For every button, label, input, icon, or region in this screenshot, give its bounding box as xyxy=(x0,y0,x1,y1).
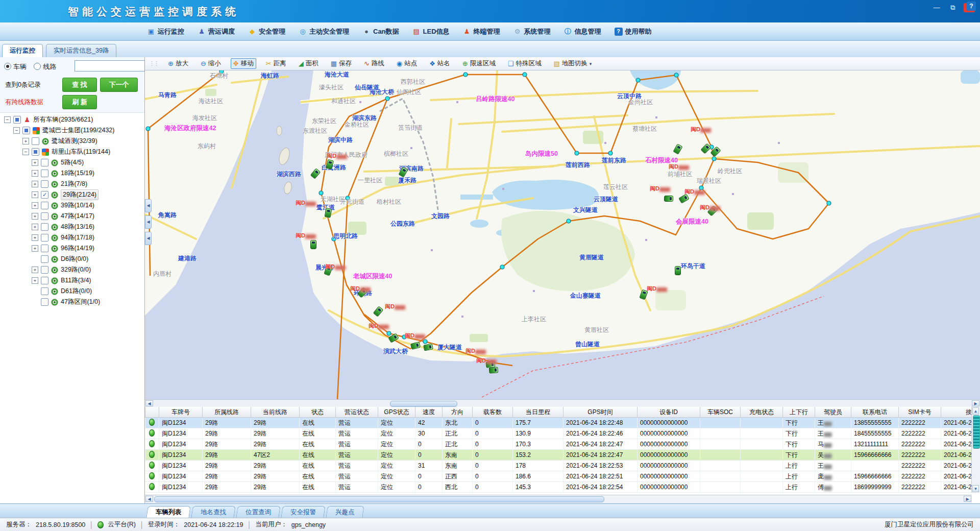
tree-item-329路-0-0-[interactable]: +329路(0/0) xyxy=(0,264,144,275)
table-row[interactable]: 闽D123429路47区2在线营运定位0东南0153.22021-06-24 1… xyxy=(145,450,980,461)
column-header-车牌号[interactable]: 车牌号 xyxy=(159,407,203,418)
tool-map-switch[interactable]: ▧地图切换▾ xyxy=(551,58,594,69)
find-button[interactable]: 查 找 xyxy=(62,78,97,92)
vehicle-radio[interactable]: 车辆 xyxy=(4,63,27,70)
tree-item-29路-21-24-[interactable]: +29路(21/24) xyxy=(0,189,144,200)
tree-item-18路-15-19-[interactable]: +18路(15/19) xyxy=(0,168,144,179)
tool-area[interactable]: ◢面积 xyxy=(296,58,321,69)
bus-marker-icon[interactable] xyxy=(664,196,673,202)
expand-icon[interactable]: + xyxy=(32,213,38,220)
menu-item-help[interactable]: ?使用帮助 xyxy=(615,27,652,36)
column-header-所属线路[interactable]: 所属线路 xyxy=(203,407,251,418)
expand-icon[interactable]: + xyxy=(32,191,38,198)
table-vscroll-thumb[interactable] xyxy=(973,415,980,449)
tree-checkbox[interactable] xyxy=(41,277,48,284)
column-header-SIM卡号[interactable]: SIM卡号 xyxy=(899,407,941,418)
table-horizontal-scrollbar[interactable]: ◀ ▶ xyxy=(145,495,972,503)
tree-item-所有车辆-2935-6621-[interactable]: −♟所有车辆(2935/6621) xyxy=(0,114,144,125)
column-header-方向[interactable]: 方向 xyxy=(443,407,473,418)
tree-item-39路-10-14-[interactable]: +39路(10/14) xyxy=(0,200,144,211)
tool-special-zone[interactable]: ❑特殊区域 xyxy=(505,58,544,69)
map-splitter-arrow[interactable]: ◀ xyxy=(145,199,152,212)
tool-pan[interactable]: ✥移动 xyxy=(231,58,256,69)
table-vertical-scrollbar[interactable]: ▲ ▼ xyxy=(971,407,980,493)
expand-icon[interactable]: + xyxy=(32,159,38,166)
column-header-驾驶员[interactable]: 驾驶员 xyxy=(815,407,851,418)
tree-item-胡里山车队-119-144-[interactable]: −胡里山车队(119/144) xyxy=(0,147,144,157)
menu-item-run-monitor[interactable]: ▣运行监控 xyxy=(147,27,184,36)
tree-item-5路-4-5-[interactable]: +5路(4/5) xyxy=(0,157,144,168)
tool-route[interactable]: ∿路线 xyxy=(361,58,387,69)
column-header-速度[interactable]: 速度 xyxy=(415,407,443,418)
bus-marker-icon[interactable] xyxy=(489,367,499,374)
map-splitter-arrow[interactable]: ◀ xyxy=(145,215,152,229)
column-header-载客数[interactable]: 载客数 xyxy=(473,407,513,418)
tool-zoom-out[interactable]: ⊖缩小 xyxy=(198,58,224,69)
collapse-icon[interactable]: − xyxy=(13,127,20,134)
tree-checkbox[interactable] xyxy=(41,202,48,209)
bottom-tab-位置查询[interactable]: 位置查询 xyxy=(236,506,280,518)
tree-checkbox[interactable] xyxy=(41,255,48,263)
refresh-button[interactable]: 刷 新 xyxy=(62,95,97,109)
restore-button[interactable]: ⧉ xyxy=(947,3,959,12)
scroll-left-icon[interactable]: ◀ xyxy=(145,496,153,502)
menu-item-active-safety-mgmt[interactable]: ◎主动安全管理 xyxy=(299,27,349,36)
next-button[interactable]: 下一个 xyxy=(100,78,138,92)
map-canvas[interactable]: 海虹路海沧大道海沧大桥仙岳隧道湖滨东路湖滨中路湖滨西路白鹭洲路湖滨南路厦禾路马青… xyxy=(145,70,980,399)
table-row[interactable]: 闽D123429路29路在线营运定位0正西0186.62021-06-24 18… xyxy=(145,471,980,482)
tree-checkbox[interactable] xyxy=(22,127,30,134)
tool-station[interactable]: ◉站点 xyxy=(394,58,420,69)
collapse-icon[interactable]: − xyxy=(4,116,11,123)
table-hscroll-thumb[interactable] xyxy=(154,496,604,502)
tree-item-47路-14-17-[interactable]: +47路(14/17) xyxy=(0,211,144,222)
expand-icon[interactable]: + xyxy=(32,181,38,187)
tree-checkbox[interactable] xyxy=(41,287,48,295)
column-header-GPS状态[interactable]: GPS状态 xyxy=(378,407,415,418)
column-header-icon[interactable] xyxy=(145,407,159,418)
tool-station-name[interactable]: ❖站名 xyxy=(427,58,453,69)
map-help-button[interactable]: ? xyxy=(967,2,976,11)
menu-item-operation-dispatch[interactable]: ♟营运调度 xyxy=(198,27,235,36)
expand-icon[interactable]: + xyxy=(32,202,38,209)
column-header-上下行[interactable]: 上下行 xyxy=(783,407,815,418)
column-header-联系电话[interactable]: 联系电话 xyxy=(851,407,899,418)
scroll-right-icon[interactable]: ▶ xyxy=(964,496,971,502)
bus-marker-icon[interactable] xyxy=(675,266,681,275)
bottom-tab-安全报警[interactable]: 安全报警 xyxy=(281,506,325,518)
tool-save[interactable]: ▦保存 xyxy=(328,58,354,69)
expand-icon[interactable]: + xyxy=(32,224,38,230)
column-header-当日里程[interactable]: 当日里程 xyxy=(513,407,564,418)
expand-icon[interactable]: + xyxy=(32,277,38,284)
tree-item-94路-17-18-[interactable]: +94路(17/18) xyxy=(0,232,144,243)
tree-checkbox[interactable] xyxy=(41,245,48,252)
panel-tab-run-monitor[interactable]: 运行监控 xyxy=(2,44,43,57)
tree-checkbox[interactable] xyxy=(32,137,39,145)
tree-checkbox[interactable] xyxy=(41,170,48,177)
minimize-button[interactable]: — xyxy=(931,3,942,12)
bottom-tab-兴趣点[interactable]: 兴趣点 xyxy=(326,506,364,518)
menu-item-info-mgmt[interactable]: ⓘ信息管理 xyxy=(564,27,601,36)
tool-zoom-in[interactable]: ⊕放大 xyxy=(165,58,191,69)
tree-checkbox[interactable] xyxy=(41,234,48,242)
column-header-状态[interactable]: 状态 xyxy=(300,407,336,418)
column-header-充电状态[interactable]: 充电状态 xyxy=(741,407,783,418)
panel-tab-realtime-info[interactable]: 实时运营信息_39路 xyxy=(46,44,116,57)
expand-icon[interactable]: + xyxy=(32,245,38,252)
column-header-当前线路[interactable]: 当前线路 xyxy=(251,407,300,418)
tool-speed-zone[interactable]: ⊕限速区域 xyxy=(460,58,498,69)
menu-item-led-info[interactable]: ▤LED信息 xyxy=(412,27,450,36)
expand-icon[interactable]: + xyxy=(32,234,38,241)
tree-checkbox[interactable] xyxy=(41,298,48,306)
table-row[interactable]: 闽D123429路29路在线营运定位0正北0170.32021-06-24 18… xyxy=(145,439,980,450)
tree-item-鹭城酒测-32-39-[interactable]: +鹭城酒测(32/39) xyxy=(0,136,144,147)
tool-distance[interactable]: ✂距离 xyxy=(263,58,289,69)
tree-item-48路-13-16-[interactable]: +48路(13/16) xyxy=(0,222,144,232)
column-header-营运状态[interactable]: 营运状态 xyxy=(336,407,378,418)
expand-icon[interactable]: + xyxy=(22,138,29,144)
table-row[interactable]: 闽D123429路29路在线营运定位30正北0130.92021-06-24 1… xyxy=(145,428,980,439)
tree-checkbox[interactable] xyxy=(13,116,21,124)
scroll-down-icon[interactable]: ▼ xyxy=(972,485,979,492)
tree-item-D61路-0-0-[interactable]: D61路(0/0) xyxy=(0,286,144,297)
tree-item-鹭城巴士集团-1199-2432-[interactable]: −鹭城巴士集团(1199/2432) xyxy=(0,125,144,136)
tree-checkbox[interactable] xyxy=(41,159,48,166)
